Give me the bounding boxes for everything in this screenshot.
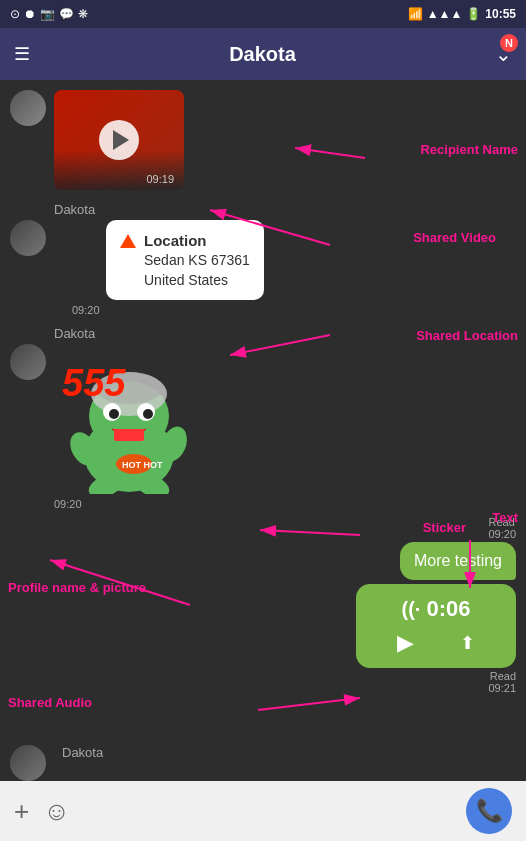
avatar-sticker bbox=[10, 344, 46, 380]
camera-icon: 📷 bbox=[40, 7, 55, 21]
msg-icon: 💬 bbox=[59, 7, 74, 21]
chat-area: 09:19 Dakota Location Sedan KS 67361 Uni… bbox=[0, 80, 526, 781]
signal-icon: ▲▲▲ bbox=[427, 7, 463, 21]
svg-rect-8 bbox=[114, 429, 144, 441]
sent-audio-message: ((· 0:06 ▶ ⬆ Read 09:21 bbox=[10, 584, 516, 694]
bottom-sender-name: Dakota bbox=[62, 745, 103, 760]
location-text: Location Sedan KS 67361 United States bbox=[144, 230, 250, 290]
message-time: 09:19 bbox=[146, 173, 174, 185]
play-icon bbox=[113, 130, 129, 150]
audio-play-button[interactable]: ▶ bbox=[397, 630, 414, 656]
svg-point-7 bbox=[143, 409, 153, 419]
video-thumbnail[interactable]: 09:19 bbox=[54, 90, 184, 190]
dropdown-button[interactable]: ⌄ N bbox=[495, 42, 512, 66]
location-address2: United States bbox=[144, 271, 250, 291]
read-label-text: Read 09:20 bbox=[488, 516, 516, 540]
svg-text:555: 555 bbox=[62, 362, 126, 404]
audio-controls: ▶ ⬆ bbox=[374, 630, 498, 656]
audio-share-button[interactable]: ⬆ bbox=[460, 632, 475, 654]
avatar-location bbox=[10, 220, 46, 256]
sim-icon: ⊙ bbox=[10, 7, 20, 21]
status-bar: ⊙ ⏺ 📷 💬 ❋ 📶 ▲▲▲ 🔋 10:55 bbox=[0, 0, 526, 28]
audio-duration: ((· 0:06 bbox=[374, 596, 498, 622]
sticker-time: 09:20 bbox=[54, 498, 516, 510]
location-icon bbox=[120, 234, 136, 248]
sender-name-location: Dakota bbox=[54, 202, 516, 217]
status-icons-left: ⊙ ⏺ 📷 💬 ❋ bbox=[10, 7, 88, 21]
location-title: Location bbox=[144, 230, 250, 251]
sent-text-message: Read 09:20 More testing bbox=[10, 516, 516, 580]
battery-icon: 🔋 bbox=[466, 7, 481, 21]
location-message: Dakota Location Sedan KS 67361 United St… bbox=[10, 202, 516, 316]
phone-icon: 📞 bbox=[476, 798, 503, 824]
annotation-shared-audio: Shared Audio bbox=[8, 695, 92, 710]
bb-icon: ❋ bbox=[78, 7, 88, 21]
bottom-bar: + ☺ 📞 bbox=[0, 781, 526, 841]
header-title: Dakota bbox=[30, 43, 495, 66]
bottom-dakota: Dakota bbox=[10, 745, 103, 781]
sticker-message: Dakota bbox=[10, 326, 516, 510]
sticker-row: 555 HOT HOT bbox=[10, 344, 516, 494]
wifi-icon: 📶 bbox=[408, 7, 423, 21]
avatar-bottom bbox=[10, 745, 46, 781]
svg-line-23 bbox=[258, 698, 360, 710]
add-button[interactable]: + bbox=[14, 796, 29, 827]
menu-button[interactable]: ☰ bbox=[14, 43, 30, 65]
phone-button[interactable]: 📞 bbox=[466, 788, 512, 834]
play-button[interactable] bbox=[99, 120, 139, 160]
status-icons-right: 📶 ▲▲▲ 🔋 10:55 bbox=[408, 7, 516, 21]
read-label-audio: Read 09:21 bbox=[488, 670, 516, 694]
location-bubble[interactable]: Location Sedan KS 67361 United States bbox=[106, 220, 264, 300]
location-time: 09:20 bbox=[72, 304, 264, 316]
video-message: 09:19 bbox=[10, 90, 516, 190]
sent-bubble-text[interactable]: More testing bbox=[400, 542, 516, 580]
sticker-image: 555 HOT HOT bbox=[54, 344, 204, 494]
svg-point-6 bbox=[109, 409, 119, 419]
sender-name-sticker: Dakota bbox=[54, 326, 516, 341]
audio-bubble[interactable]: ((· 0:06 ▶ ⬆ bbox=[356, 584, 516, 668]
sticker-svg: 555 HOT HOT bbox=[54, 344, 204, 494]
header: ☰ Dakota ⌄ N bbox=[0, 28, 526, 80]
record-icon: ⏺ bbox=[24, 7, 36, 21]
emoji-button[interactable]: ☺ bbox=[43, 796, 70, 827]
svg-text:HOT HOT: HOT HOT bbox=[122, 460, 163, 470]
clock: 10:55 bbox=[485, 7, 516, 21]
avatar bbox=[10, 90, 46, 126]
location-address1: Sedan KS 67361 bbox=[144, 251, 250, 271]
notification-badge: N bbox=[500, 34, 518, 52]
